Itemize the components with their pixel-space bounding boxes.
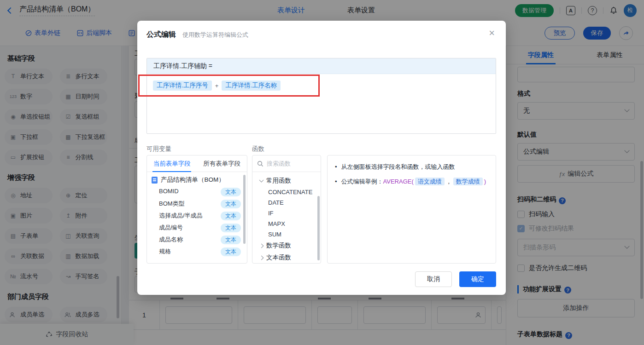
function-item[interactable]: MAPX [256,218,317,229]
help-tip: • 从左侧面板选择字段名和函数，或输入函数 [335,162,488,171]
type-tag: 文本 [221,212,241,220]
formula-field-chip[interactable]: 工序详情.工序序号 [153,80,212,91]
variable-field-row[interactable]: 成品编号文本 [147,222,247,234]
formula-expression[interactable]: 工序详情.工序序号 + 工序详情.工序名称 [147,74,496,97]
confirm-button[interactable]: 确定 [459,271,496,287]
type-tag: 文本 [221,236,241,244]
modal-subtitle: 使用数学运算符编辑公式 [182,31,248,39]
example-field-chip: 数学成绩 [453,178,483,185]
function-item[interactable]: SUM [256,229,317,240]
modal-footer: 取消 确定 [415,271,496,287]
variable-field-row[interactable]: 选择成品/半成品文本 [147,210,247,222]
example-field-chip: 语文成绩 [415,178,445,185]
variable-field-row[interactable]: BOM类型文本 [147,198,247,210]
formula-editor[interactable]: 工序详情.工序辅助 = 工序详情.工序序号 + 工序详情.工序名称 [146,58,496,134]
function-search[interactable] [252,155,321,172]
form-node[interactable]: 产品结构清单（BOM） [147,172,247,186]
help-example: • 公式编辑举例：AVERAGE(语文成绩，数学成绩) [335,177,488,186]
app-root: 产品结构清单（BOM） 表单设计 表单设置 数据管理 A ? 检 表单外链 [0,0,644,345]
chevron-down-icon [259,178,264,183]
type-tag: 文本 [221,188,241,196]
function-item[interactable]: IF [256,208,317,218]
type-tag: 文本 [221,200,241,208]
group-common-functions[interactable]: 常用函数 [256,175,317,187]
function-item[interactable]: CONCATENATE [256,187,317,197]
type-tag: 文本 [221,247,241,256]
chevron-right-icon [259,243,264,248]
tab-all-form-fields[interactable]: 所有表单字段 [197,155,247,172]
tab-current-form-fields[interactable]: 当前表单字段 [147,155,197,172]
variables-tabs: 当前表单字段 所有表单字段 [147,155,247,172]
search-input[interactable] [267,160,313,167]
formula-editor-modal: 公式编辑 使用数学运算符编辑公式 × 工序详情.工序辅助 = 工序详情.工序序号… [137,21,506,295]
variable-field-row[interactable]: 成品名称文本 [147,234,247,246]
bullet-icon: • [335,162,337,171]
group-math-functions[interactable]: 数学函数 [256,240,317,252]
form-doc-icon [152,177,158,184]
example-close-paren: ) [484,178,486,185]
function-item[interactable]: DATE [256,197,317,208]
formula-field-chip[interactable]: 工序详情.工序名称 [222,80,281,91]
close-icon[interactable]: × [489,28,495,38]
variable-field-row[interactable]: BOMID文本 [147,186,247,198]
functions-scrollbar[interactable] [317,196,320,260]
search-icon [257,161,263,167]
help-panel: • 从左侧面板选择字段名和函数，或输入函数 • 公式编辑举例：AVERAGE(语… [327,155,496,264]
cancel-button[interactable]: 取消 [415,271,452,287]
modal-title: 公式编辑 [146,30,176,40]
functions-panel: 常用函数 CONCATENATE DATE IF MAPX SUM 数学函数 文… [252,155,321,264]
variables-panel: 当前表单字段 所有表单字段 产品结构清单（BOM） BOMID文本 BOM类型文… [146,155,247,264]
example-function-name: AVERAGE( [383,178,414,185]
modal-header: 公式编辑 使用数学运算符编辑公式 [137,21,506,40]
variables-label: 可用变量 [146,145,171,153]
formula-assignment: 工序详情.工序辅助 = [147,58,496,74]
functions-label: 函数 [252,145,264,153]
variable-field-row[interactable]: 规格文本 [147,246,247,258]
group-text-functions[interactable]: 文本函数 [256,252,317,264]
variables-scrollbar[interactable] [243,175,246,244]
bullet-icon: • [335,177,337,186]
formula-operator: + [215,82,219,89]
type-tag: 文本 [221,224,241,232]
chevron-right-icon [259,255,264,260]
